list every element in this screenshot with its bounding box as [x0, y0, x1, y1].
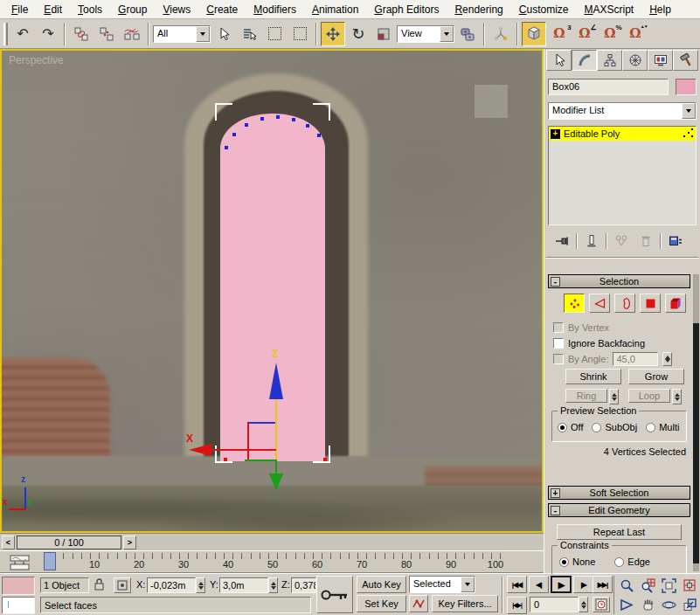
menu-graph-editors[interactable]: Graph Editors [366, 1, 447, 18]
dropdown-arrow-icon[interactable] [461, 577, 475, 592]
object-name-field[interactable]: Box06 [548, 79, 669, 95]
soft-selection-rollout-header[interactable]: + Soft Selection [548, 486, 690, 500]
y-coordinate-field[interactable]: 3,0m [219, 577, 268, 593]
tab-motion[interactable] [622, 50, 648, 71]
vertex-handle[interactable] [317, 134, 321, 137]
polygon-mode-button[interactable] [640, 294, 661, 313]
set-keys-button[interactable] [316, 576, 353, 613]
vertex-handle[interactable] [232, 133, 236, 136]
collapse-icon[interactable]: - [551, 277, 560, 287]
menu-create[interactable]: Create [198, 1, 246, 18]
loop-spinner[interactable] [672, 389, 682, 404]
reference-coordinate-dropdown[interactable]: View [397, 25, 454, 43]
vertex-handle-selected[interactable] [224, 458, 227, 461]
edit-geometry-rollout-header[interactable]: - Edit Geometry [548, 503, 690, 517]
element-mode-button[interactable] [665, 294, 686, 313]
menu-rendering[interactable]: Rendering [447, 1, 510, 18]
time-slider[interactable]: 0 / 100 [17, 536, 121, 549]
go-to-end-button[interactable]: ▶▶| [593, 576, 613, 593]
time-configuration-button[interactable] [593, 597, 610, 612]
box06-object[interactable] [220, 114, 325, 461]
ignore-backfacing-checkbox[interactable] [553, 338, 564, 349]
previous-frame-arrow-button[interactable]: < [2, 536, 15, 549]
angle-value-field[interactable]: 45,0 [613, 352, 658, 366]
make-unique-button[interactable] [611, 232, 632, 250]
loop-button[interactable]: Loop [628, 389, 670, 403]
x-spinner[interactable] [196, 577, 205, 593]
current-frame-marker[interactable] [44, 552, 56, 570]
tab-hierarchy[interactable] [597, 50, 622, 71]
unlink-selection-button[interactable] [94, 22, 119, 46]
viewport-label[interactable]: Perspective [9, 54, 64, 66]
angle-spinner[interactable] [662, 352, 672, 366]
open-mini-curve-editor-button[interactable] [5, 554, 35, 571]
object-color-swatch[interactable] [676, 79, 697, 95]
next-frame-button[interactable]: |▶ [573, 576, 593, 593]
tab-utilities[interactable] [673, 50, 698, 71]
menu-views[interactable]: Views [155, 1, 198, 18]
zoom-all-button[interactable] [637, 576, 658, 595]
by-angle-option[interactable]: By Angle: 45,0 [553, 353, 672, 365]
pin-stack-button[interactable] [551, 232, 572, 250]
gizmo-x-arrow-icon[interactable] [189, 444, 211, 456]
multi-radio[interactable] [646, 423, 655, 432]
vertex-handle[interactable] [276, 115, 280, 119]
select-and-move-button[interactable] [321, 22, 345, 46]
percent-snap-button[interactable]: Ω% [598, 22, 622, 46]
zoom-button[interactable] [616, 576, 637, 595]
border-mode-button[interactable] [614, 294, 635, 313]
menu-modifiers[interactable]: Modifiers [246, 1, 304, 18]
preview-multi-option[interactable]: Multi [646, 422, 679, 432]
macro-recorder-pane[interactable] [2, 577, 35, 595]
repeat-last-button[interactable]: Repeat Last [557, 524, 682, 540]
toolbar-grip[interactable] [3, 23, 8, 45]
viewport-perspective[interactable]: Perspective Z X z x y [0, 49, 544, 533]
menu-tools[interactable]: Tools [70, 1, 110, 18]
use-pivot-point-center-button[interactable] [455, 22, 480, 46]
panel-scrollbar[interactable] [693, 274, 699, 571]
by-angle-checkbox[interactable] [553, 354, 564, 364]
vertex-handle[interactable] [292, 118, 295, 121]
rectangular-selection-region-button[interactable] [262, 22, 287, 46]
ring-spinner[interactable] [609, 389, 619, 404]
vertex-handle-selected[interactable] [323, 458, 327, 461]
preview-subobj-option[interactable]: SubObj [592, 422, 637, 432]
z-coordinate-field[interactable]: 0,378m [291, 577, 316, 593]
track-bar[interactable]: 0 10 20 30 40 50 60 70 80 90 100 [0, 550, 544, 573]
vertex-handle[interactable] [260, 117, 264, 121]
bind-to-space-warp-button[interactable] [120, 22, 144, 46]
subobj-radio[interactable] [592, 423, 601, 432]
selection-lock-toggle[interactable] [93, 577, 107, 592]
window-crossing-button[interactable] [288, 22, 312, 46]
constraint-none-option[interactable]: None [559, 556, 595, 567]
absolute-offset-mode-toggle[interactable] [114, 577, 131, 593]
tab-create[interactable] [546, 50, 572, 71]
edge-mode-button[interactable] [589, 294, 610, 313]
default-in-out-tangents-button[interactable] [409, 595, 428, 612]
preview-off-option[interactable]: Off [558, 422, 583, 432]
menu-group[interactable]: Group [110, 1, 155, 18]
dropdown-arrow-icon[interactable] [440, 26, 454, 42]
by-vertex-checkbox[interactable] [553, 322, 564, 333]
tab-display[interactable] [648, 50, 673, 71]
menu-maxscript[interactable]: MAXScript [577, 1, 642, 18]
scrollbar-thumb[interactable] [693, 323, 699, 563]
grow-button[interactable]: Grow [628, 369, 684, 384]
remove-modifier-button[interactable] [635, 232, 656, 250]
next-frame-arrow-button[interactable]: > [123, 536, 136, 549]
snaps-toggle-button[interactable] [522, 22, 546, 46]
configure-modifier-sets-button[interactable] [665, 232, 686, 250]
angle-snap-button[interactable]: Ω∠ [572, 22, 597, 46]
collapse-icon[interactable]: - [551, 506, 560, 515]
key-filters-button[interactable]: Key Filters... [432, 595, 498, 612]
y-spinner[interactable] [268, 577, 278, 593]
menu-animation[interactable]: Animation [304, 1, 366, 18]
zoom-extents-all-button[interactable] [679, 576, 700, 595]
set-key-button[interactable]: Set Key [357, 595, 406, 612]
play-button[interactable]: ▶ [551, 576, 572, 593]
key-mode-toggle[interactable]: |◀▶| [507, 597, 527, 614]
menu-file[interactable]: File [3, 1, 36, 18]
edge-radio[interactable] [614, 557, 624, 567]
vertex-handle[interactable] [306, 124, 309, 128]
constraint-edge-option[interactable]: Edge [614, 556, 650, 567]
